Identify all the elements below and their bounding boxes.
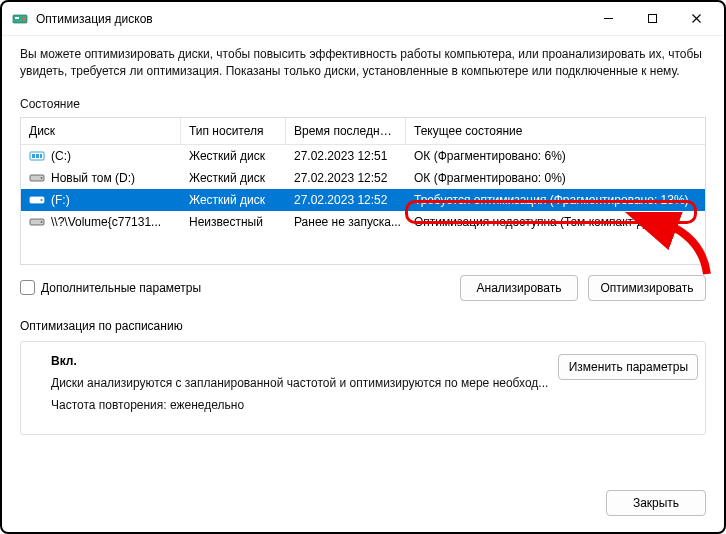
disk-type: Жесткий диск	[181, 191, 286, 209]
svg-rect-9	[36, 154, 39, 158]
svg-rect-4	[648, 15, 656, 23]
titlebar: Оптимизация дисков	[2, 2, 724, 36]
disk-time: 27.02.2023 12:52	[286, 191, 406, 209]
disk-type: Жесткий диск	[181, 147, 286, 165]
disk-status: Требуется оптимизация (Фрагментировано: …	[406, 191, 705, 209]
maximize-button[interactable]	[630, 4, 674, 34]
advanced-params-label: Дополнительные параметры	[41, 281, 201, 295]
change-settings-button[interactable]: Изменить параметры	[558, 354, 698, 380]
schedule-box: Вкл. Диски анализируются с запланированн…	[20, 341, 706, 435]
table-header: Диск Тип носителя Время последнег... Тек…	[21, 118, 705, 145]
intro-text: Вы можете оптимизировать диски, чтобы по…	[20, 46, 706, 81]
disk-time: 27.02.2023 12:51	[286, 147, 406, 165]
table-row[interactable]: \\?\Volume{c77131...НеизвестныйРанее не …	[21, 211, 705, 233]
table-row[interactable]: (C:)Жесткий диск27.02.2023 12:51ОК (Фраг…	[21, 145, 705, 167]
svg-rect-8	[32, 154, 35, 158]
disk-icon	[29, 150, 45, 162]
svg-rect-1	[15, 17, 19, 19]
disk-name: Новый том (D:)	[51, 171, 135, 185]
disk-name: \\?\Volume{c77131...	[51, 215, 161, 229]
disk-icon	[29, 216, 45, 228]
disk-icon	[29, 172, 45, 184]
table-body: (C:)Жесткий диск27.02.2023 12:51ОК (Фраг…	[20, 145, 706, 265]
optimize-button[interactable]: Оптимизировать	[588, 275, 706, 301]
minimize-button[interactable]	[586, 4, 630, 34]
window-title: Оптимизация дисков	[36, 12, 153, 26]
disk-time: 27.02.2023 12:52	[286, 169, 406, 187]
disk-status: ОК (Фрагментировано: 0%)	[406, 169, 705, 187]
schedule-line1: Диски анализируются с запланированной ча…	[51, 376, 548, 390]
col-time[interactable]: Время последнег...	[286, 118, 406, 144]
analyze-button[interactable]: Анализировать	[460, 275, 578, 301]
status-section-label: Состояние	[20, 97, 706, 111]
svg-point-14	[41, 199, 43, 201]
disk-type: Жесткий диск	[181, 169, 286, 187]
col-disk[interactable]: Диск	[21, 118, 181, 144]
schedule-section-label: Оптимизация по расписанию	[20, 319, 706, 333]
disk-time: Ранее не запуска...	[286, 213, 406, 231]
disk-name: (C:)	[51, 149, 71, 163]
disk-status: Оптимизация недоступна (Том компакт-диск…	[406, 213, 705, 231]
svg-point-2	[22, 17, 25, 20]
advanced-params-checkbox[interactable]: Дополнительные параметры	[20, 280, 201, 295]
disk-type: Неизвестный	[181, 213, 286, 231]
col-status[interactable]: Текущее состояние	[406, 118, 705, 144]
col-type[interactable]: Тип носителя	[181, 118, 286, 144]
window: Оптимизация дисков Вы можете оптимизиров…	[0, 0, 726, 534]
footer: Закрыть	[2, 476, 724, 532]
drives-table: Диск Тип носителя Время последнег... Тек…	[20, 117, 706, 145]
close-button[interactable]	[674, 4, 718, 34]
table-row[interactable]: (F:)Жесткий диск27.02.2023 12:52Требуетс…	[21, 189, 705, 211]
close-dialog-button[interactable]: Закрыть	[606, 490, 706, 516]
table-row[interactable]: Новый том (D:)Жесткий диск27.02.2023 12:…	[21, 167, 705, 189]
content-area: Вы можете оптимизировать диски, чтобы по…	[2, 36, 724, 476]
svg-point-12	[41, 177, 43, 179]
svg-point-16	[41, 221, 43, 223]
disk-icon	[29, 194, 45, 206]
disk-status: ОК (Фрагментировано: 6%)	[406, 147, 705, 165]
schedule-on: Вкл.	[51, 354, 548, 368]
schedule-line2: Частота повторения: еженедельно	[51, 398, 548, 412]
disk-name: (F:)	[51, 193, 70, 207]
app-icon	[12, 11, 28, 27]
svg-rect-10	[40, 154, 42, 158]
